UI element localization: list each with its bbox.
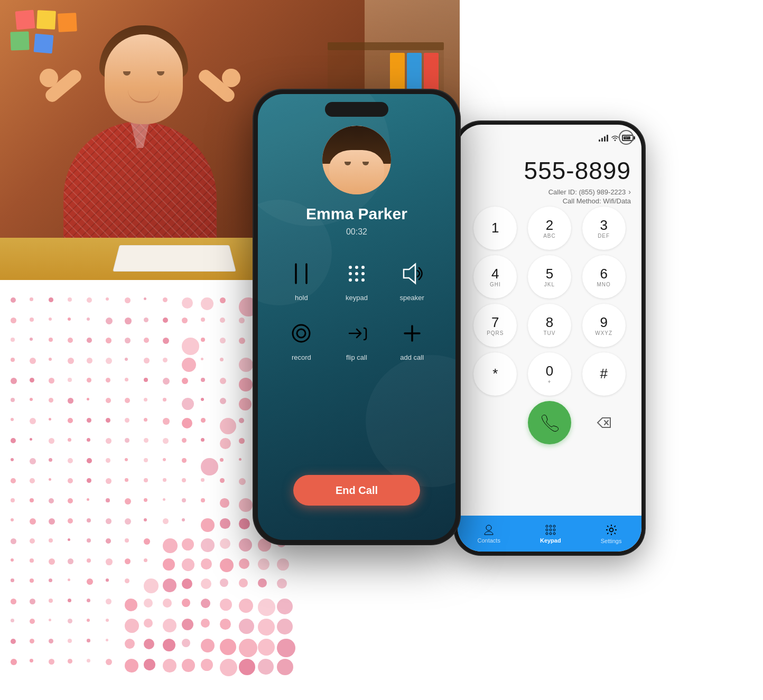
signal-bars — [599, 134, 608, 142]
call-timer: 00:32 — [258, 227, 455, 237]
controls-row-1: hold — [274, 258, 440, 302]
key-5-number: 5 — [546, 267, 553, 281]
dot — [239, 558, 249, 569]
dot — [258, 599, 275, 616]
key-1[interactable]: 1 — [473, 207, 517, 250]
sticky-note-2 — [36, 10, 56, 30]
dot — [49, 378, 54, 384]
dot — [87, 458, 92, 463]
record-button[interactable]: record — [285, 318, 317, 361]
dot — [220, 458, 224, 462]
dot — [30, 358, 36, 364]
key-2-number: 2 — [546, 218, 553, 232]
end-call-button[interactable]: End Call — [293, 475, 420, 506]
key-6[interactable]: 6 MNO — [582, 255, 626, 298]
key-2-letters: ABC — [543, 233, 556, 239]
flip-call-button[interactable]: flip call — [341, 318, 373, 361]
add-call-button[interactable]: add call — [396, 318, 428, 361]
dot — [239, 358, 253, 372]
key-5[interactable]: 5 JKL — [528, 255, 571, 298]
dot — [277, 578, 287, 589]
nav-settings[interactable]: Settings — [593, 519, 630, 548]
dot — [30, 438, 32, 441]
dot — [182, 578, 192, 589]
dot — [220, 538, 230, 549]
key-8[interactable]: 8 TUV — [528, 304, 571, 347]
dot — [87, 659, 90, 662]
dot — [144, 478, 148, 482]
phone-secondary: + 555-8899 Caller ID: (855) 989-2223 › C… — [454, 122, 645, 555]
key-0[interactable]: 0 + — [528, 352, 571, 396]
dot — [125, 358, 128, 361]
dot — [125, 518, 131, 525]
dot — [144, 558, 147, 562]
caller-id-row[interactable]: Caller ID: (855) 989-2223 › — [468, 188, 631, 196]
dot — [11, 639, 16, 644]
svg-point-10 — [361, 278, 365, 282]
svg-point-20 — [553, 525, 555, 527]
dot — [258, 619, 275, 636]
dot — [106, 619, 109, 622]
plus-icon: + — [624, 132, 629, 143]
svg-point-3 — [355, 266, 358, 269]
key-hash[interactable]: # — [582, 352, 626, 396]
dot — [68, 498, 73, 503]
key-4[interactable]: 4 GHI — [473, 255, 517, 298]
dot — [49, 297, 53, 302]
nav-settings-label: Settings — [601, 538, 622, 544]
dot — [201, 338, 205, 342]
dot — [106, 558, 113, 565]
key-8-letters: TUV — [543, 330, 555, 336]
dot — [106, 318, 113, 324]
dot — [11, 438, 16, 443]
speaker-button[interactable]: speaker — [396, 258, 428, 302]
dot — [182, 297, 193, 309]
dot — [144, 297, 146, 300]
dot — [163, 358, 168, 362]
dot — [163, 538, 178, 553]
keypad-button[interactable]: keypad — [341, 258, 373, 302]
dot — [163, 338, 169, 344]
dot — [239, 518, 250, 529]
dot — [49, 318, 52, 321]
caller-avatar — [322, 126, 391, 194]
wifi-icon — [611, 134, 619, 141]
dot — [87, 518, 91, 522]
add-contact-button[interactable]: + — [619, 130, 634, 145]
dot — [239, 498, 253, 512]
key-2[interactable]: 2 ABC — [528, 207, 571, 250]
dot — [220, 378, 226, 384]
key-3[interactable]: 3 DEF — [582, 207, 626, 250]
dot — [163, 378, 170, 385]
dot — [106, 338, 111, 343]
dot — [220, 518, 230, 529]
dot — [201, 318, 205, 322]
dot — [201, 498, 205, 502]
end-call-label: End Call — [336, 484, 378, 497]
call-button[interactable] — [528, 401, 571, 444]
dot — [125, 438, 129, 443]
nav-keypad[interactable]: Keypad — [532, 520, 569, 548]
dot — [163, 418, 170, 425]
hold-button[interactable]: hold — [285, 258, 317, 302]
key-7[interactable]: 7 PQRS — [473, 304, 517, 347]
delete-button[interactable] — [582, 401, 626, 444]
dot — [49, 498, 54, 503]
dot — [163, 398, 166, 402]
phone-notch — [325, 102, 388, 117]
key-star[interactable]: * — [473, 352, 517, 396]
dot — [68, 438, 71, 442]
dot — [11, 338, 15, 342]
dot — [239, 378, 253, 391]
record-label: record — [292, 353, 311, 361]
dot — [68, 378, 72, 382]
dot — [11, 659, 17, 665]
dot — [49, 558, 55, 565]
keypad-row-4: * 0 + # — [468, 352, 631, 396]
keypad-bottom-row — [468, 401, 631, 444]
nav-contacts[interactable]: Contacts — [470, 520, 508, 548]
key-4-number: 4 — [491, 267, 499, 281]
svg-point-12 — [293, 325, 310, 342]
key-9[interactable]: 9 WXYZ — [582, 304, 626, 347]
svg-point-21 — [546, 529, 548, 531]
